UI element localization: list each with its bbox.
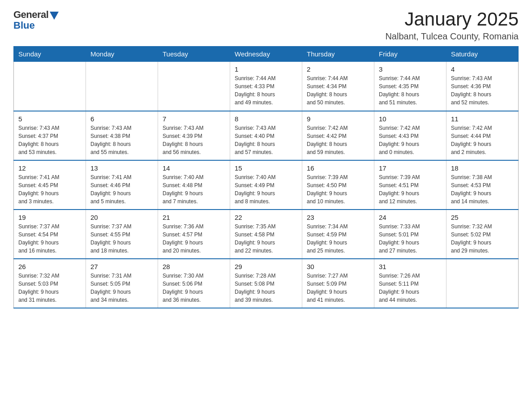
calendar-cell: 17Sunrise: 7:39 AM Sunset: 4:51 PM Dayli… (374, 160, 446, 210)
day-number: 31 (379, 263, 442, 270)
calendar-cell (446, 259, 519, 308)
calendar-week-row: 19Sunrise: 7:37 AM Sunset: 4:54 PM Dayli… (14, 210, 519, 259)
calendar-cell: 11Sunrise: 7:42 AM Sunset: 4:44 PM Dayli… (446, 111, 519, 160)
day-number: 28 (163, 263, 225, 270)
calendar-cell: 30Sunrise: 7:27 AM Sunset: 5:09 PM Dayli… (302, 259, 374, 308)
calendar-cell: 23Sunrise: 7:34 AM Sunset: 4:59 PM Dayli… (302, 210, 374, 259)
weekday-header-saturday: Saturday (446, 47, 519, 62)
day-number: 19 (18, 214, 81, 221)
day-info: Sunrise: 7:43 AM Sunset: 4:40 PM Dayligh… (235, 124, 297, 156)
calendar-cell (86, 62, 158, 111)
day-info: Sunrise: 7:40 AM Sunset: 4:49 PM Dayligh… (235, 173, 297, 206)
day-info: Sunrise: 7:31 AM Sunset: 5:05 PM Dayligh… (90, 272, 153, 304)
day-info: Sunrise: 7:43 AM Sunset: 4:39 PM Dayligh… (163, 124, 225, 156)
day-number: 11 (451, 115, 514, 123)
day-info: Sunrise: 7:43 AM Sunset: 4:37 PM Dayligh… (18, 124, 81, 156)
weekday-header-row: SundayMondayTuesdayWednesdayThursdayFrid… (14, 47, 519, 62)
day-info: Sunrise: 7:42 AM Sunset: 4:44 PM Dayligh… (451, 124, 514, 156)
page-title: January 2025 (385, 9, 519, 30)
day-info: Sunrise: 7:36 AM Sunset: 4:57 PM Dayligh… (163, 223, 225, 255)
day-info: Sunrise: 7:39 AM Sunset: 4:51 PM Dayligh… (379, 173, 442, 206)
day-number: 2 (307, 65, 369, 73)
calendar-cell: 2Sunrise: 7:44 AM Sunset: 4:34 PM Daylig… (302, 62, 374, 111)
day-info: Sunrise: 7:41 AM Sunset: 4:45 PM Dayligh… (18, 173, 81, 206)
calendar-cell: 12Sunrise: 7:41 AM Sunset: 4:45 PM Dayli… (14, 160, 86, 210)
day-number: 21 (163, 214, 225, 221)
day-number: 30 (307, 263, 369, 270)
day-info: Sunrise: 7:32 AM Sunset: 5:02 PM Dayligh… (451, 223, 514, 255)
calendar-cell: 10Sunrise: 7:42 AM Sunset: 4:43 PM Dayli… (374, 111, 446, 160)
day-number: 3 (379, 65, 442, 73)
day-number: 12 (18, 164, 81, 172)
calendar-cell: 26Sunrise: 7:32 AM Sunset: 5:03 PM Dayli… (14, 259, 86, 308)
day-info: Sunrise: 7:33 AM Sunset: 5:01 PM Dayligh… (379, 223, 442, 255)
calendar-week-row: 12Sunrise: 7:41 AM Sunset: 4:45 PM Dayli… (14, 160, 519, 210)
day-info: Sunrise: 7:43 AM Sunset: 4:38 PM Dayligh… (90, 124, 153, 156)
day-number: 18 (451, 164, 514, 172)
day-number: 14 (163, 164, 225, 172)
calendar-cell: 5Sunrise: 7:43 AM Sunset: 4:37 PM Daylig… (14, 111, 86, 160)
calendar-cell (14, 62, 86, 111)
day-info: Sunrise: 7:35 AM Sunset: 4:58 PM Dayligh… (235, 223, 297, 255)
day-number: 4 (451, 65, 514, 73)
calendar-cell: 21Sunrise: 7:36 AM Sunset: 4:57 PM Dayli… (158, 210, 230, 259)
day-number: 16 (307, 164, 369, 172)
day-info: Sunrise: 7:37 AM Sunset: 4:54 PM Dayligh… (18, 223, 81, 255)
day-number: 24 (379, 214, 442, 221)
day-info: Sunrise: 7:30 AM Sunset: 5:06 PM Dayligh… (163, 272, 225, 304)
calendar-body: 1Sunrise: 7:44 AM Sunset: 4:33 PM Daylig… (14, 62, 519, 308)
day-number: 1 (235, 65, 297, 73)
day-info: Sunrise: 7:39 AM Sunset: 4:50 PM Dayligh… (307, 173, 369, 206)
day-info: Sunrise: 7:34 AM Sunset: 4:59 PM Dayligh… (307, 223, 369, 255)
calendar-table: SundayMondayTuesdayWednesdayThursdayFrid… (13, 46, 519, 308)
calendar-cell: 3Sunrise: 7:44 AM Sunset: 4:35 PM Daylig… (374, 62, 446, 111)
logo-general-text: General (13, 9, 48, 21)
weekday-header-tuesday: Tuesday (158, 47, 230, 62)
calendar-cell: 14Sunrise: 7:40 AM Sunset: 4:48 PM Dayli… (158, 160, 230, 210)
calendar-cell: 24Sunrise: 7:33 AM Sunset: 5:01 PM Dayli… (374, 210, 446, 259)
day-number: 29 (235, 263, 297, 270)
day-number: 27 (90, 263, 153, 270)
day-number: 15 (235, 164, 297, 172)
calendar-header: SundayMondayTuesdayWednesdayThursdayFrid… (14, 47, 519, 62)
calendar-week-row: 1Sunrise: 7:44 AM Sunset: 4:33 PM Daylig… (14, 62, 519, 111)
calendar-cell (158, 62, 230, 111)
calendar-cell: 1Sunrise: 7:44 AM Sunset: 4:33 PM Daylig… (230, 62, 302, 111)
day-number: 5 (18, 115, 81, 123)
day-info: Sunrise: 7:41 AM Sunset: 4:46 PM Dayligh… (90, 173, 153, 206)
day-number: 23 (307, 214, 369, 221)
calendar-cell: 25Sunrise: 7:32 AM Sunset: 5:02 PM Dayli… (446, 210, 519, 259)
weekday-header-thursday: Thursday (302, 47, 374, 62)
calendar-cell: 29Sunrise: 7:28 AM Sunset: 5:08 PM Dayli… (230, 259, 302, 308)
day-info: Sunrise: 7:42 AM Sunset: 4:42 PM Dayligh… (307, 124, 369, 156)
calendar-week-row: 5Sunrise: 7:43 AM Sunset: 4:37 PM Daylig… (14, 111, 519, 160)
weekday-header-monday: Monday (86, 47, 158, 62)
logo: General Blue (13, 9, 59, 31)
calendar-week-row: 26Sunrise: 7:32 AM Sunset: 5:03 PM Dayli… (14, 259, 519, 308)
calendar-cell: 4Sunrise: 7:43 AM Sunset: 4:36 PM Daylig… (446, 62, 519, 111)
day-info: Sunrise: 7:38 AM Sunset: 4:53 PM Dayligh… (451, 173, 514, 206)
day-number: 13 (90, 164, 153, 172)
calendar-cell: 31Sunrise: 7:26 AM Sunset: 5:11 PM Dayli… (374, 259, 446, 308)
day-info: Sunrise: 7:43 AM Sunset: 4:36 PM Dayligh… (451, 74, 514, 107)
calendar-cell: 18Sunrise: 7:38 AM Sunset: 4:53 PM Dayli… (446, 160, 519, 210)
day-info: Sunrise: 7:44 AM Sunset: 4:34 PM Dayligh… (307, 74, 369, 107)
calendar-cell: 19Sunrise: 7:37 AM Sunset: 4:54 PM Dayli… (14, 210, 86, 259)
day-number: 7 (163, 115, 225, 123)
calendar-cell: 9Sunrise: 7:42 AM Sunset: 4:42 PM Daylig… (302, 111, 374, 160)
calendar-cell: 27Sunrise: 7:31 AM Sunset: 5:05 PM Dayli… (86, 259, 158, 308)
calendar-cell: 7Sunrise: 7:43 AM Sunset: 4:39 PM Daylig… (158, 111, 230, 160)
day-number: 9 (307, 115, 369, 123)
calendar-cell: 28Sunrise: 7:30 AM Sunset: 5:06 PM Dayli… (158, 259, 230, 308)
day-info: Sunrise: 7:40 AM Sunset: 4:48 PM Dayligh… (163, 173, 225, 206)
day-number: 8 (235, 115, 297, 123)
day-number: 10 (379, 115, 442, 123)
day-number: 26 (18, 263, 81, 270)
day-info: Sunrise: 7:32 AM Sunset: 5:03 PM Dayligh… (18, 272, 81, 304)
day-info: Sunrise: 7:37 AM Sunset: 4:55 PM Dayligh… (90, 223, 153, 255)
day-number: 17 (379, 164, 442, 172)
day-number: 6 (90, 115, 153, 123)
page-header: General Blue January 2025 Nalbant, Tulce… (13, 9, 519, 42)
day-number: 25 (451, 214, 514, 221)
day-info: Sunrise: 7:44 AM Sunset: 4:33 PM Dayligh… (235, 74, 297, 107)
